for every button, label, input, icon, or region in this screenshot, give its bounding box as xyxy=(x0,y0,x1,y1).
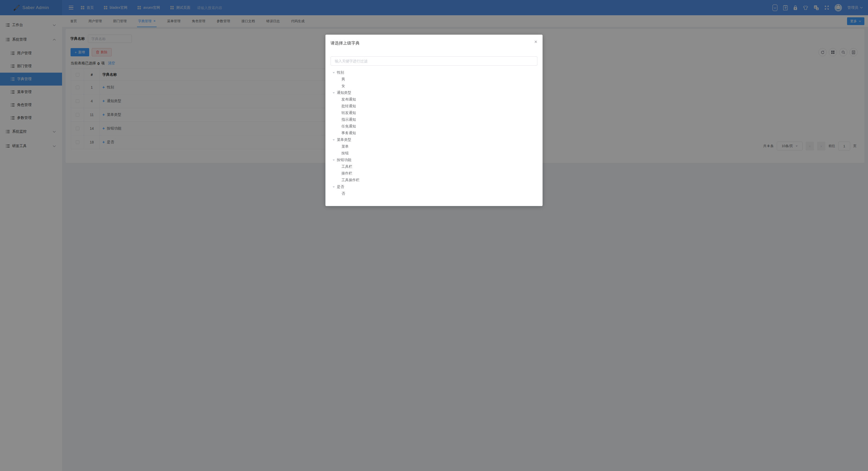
tree-node-label: 工具操作栏 xyxy=(341,178,360,183)
tree-node-label: 指示通知 xyxy=(341,117,356,122)
tree-node[interactable]: 性别 xyxy=(331,69,434,76)
tree-node[interactable]: 发布通知 xyxy=(331,96,434,103)
caret-expand-icon xyxy=(331,158,337,162)
tree-node[interactable]: 通知类型 xyxy=(331,89,434,96)
dialog-title: 请选择上级字典 xyxy=(331,40,434,46)
tree-node-label: 按钮 xyxy=(341,151,349,156)
caret-expand-icon xyxy=(335,98,341,101)
tree-node-label: 性别 xyxy=(337,70,344,75)
tree-filter-input[interactable] xyxy=(331,56,434,66)
tree-node-label: 发布通知 xyxy=(341,97,356,102)
caret-expand-icon xyxy=(335,78,341,81)
parent-dict-dialog: 请选择上级字典 ✕ 性别 男 女 通知类型 发布通知 xyxy=(326,35,434,206)
tree-node-label: 通知类型 xyxy=(337,91,351,95)
tree-node[interactable]: 工具栏 xyxy=(331,163,434,170)
caret-expand-icon xyxy=(335,152,341,155)
tree-node[interactable]: 操作栏 xyxy=(331,170,434,177)
caret-expand-icon xyxy=(331,185,337,189)
tree-node[interactable]: 转发通知 xyxy=(331,109,434,116)
caret-expand-icon xyxy=(335,125,341,128)
caret-expand-icon xyxy=(335,112,341,115)
caret-expand-icon xyxy=(335,165,341,168)
caret-expand-icon xyxy=(331,138,337,142)
tree-node-label: 女 xyxy=(341,84,345,88)
caret-expand-icon xyxy=(331,71,337,74)
caret-expand-icon xyxy=(335,179,341,182)
tree-node-label: 菜单 xyxy=(341,144,349,149)
tree-node-label: 工具栏 xyxy=(341,164,352,169)
caret-expand-icon xyxy=(335,145,341,148)
caret-expand-icon xyxy=(335,172,341,175)
tree-node-label: 男 xyxy=(341,77,345,82)
tree-node[interactable]: 是否 xyxy=(331,184,434,190)
caret-expand-icon xyxy=(331,91,337,95)
tree-node-label: 否 xyxy=(341,191,345,196)
tree-node[interactable]: 否 xyxy=(331,190,434,197)
dict-tree: 性别 男 女 通知类型 发布通知 批转通知 xyxy=(331,69,434,197)
tree-node[interactable]: 女 xyxy=(331,83,434,89)
tree-node-label: 转发通知 xyxy=(341,111,356,115)
tree-node-label: 操作栏 xyxy=(341,171,352,176)
caret-expand-icon xyxy=(335,118,341,122)
caret-expand-icon xyxy=(335,132,341,135)
tree-node-label: 批转通知 xyxy=(341,104,356,108)
caret-expand-icon xyxy=(335,85,341,88)
tree-node-label: 任免通知 xyxy=(341,124,356,129)
tree-node[interactable]: 按钮功能 xyxy=(331,157,434,163)
tree-node[interactable]: 批转通知 xyxy=(331,103,434,109)
tree-node[interactable]: 事务通知 xyxy=(331,130,434,136)
tree-node[interactable]: 任免通知 xyxy=(331,123,434,130)
tree-node[interactable]: 按钮 xyxy=(331,150,434,157)
caret-expand-icon xyxy=(335,105,341,108)
caret-expand-icon xyxy=(335,192,341,195)
tree-node-label: 按钮功能 xyxy=(337,158,351,162)
tree-node-label: 菜单类型 xyxy=(337,137,351,142)
tree-node[interactable]: 菜单类型 xyxy=(331,136,434,143)
tree-node[interactable]: 男 xyxy=(331,76,434,83)
tree-node-label: 是否 xyxy=(337,185,344,189)
tree-node[interactable]: 指示通知 xyxy=(331,116,434,123)
tree-node[interactable]: 工具操作栏 xyxy=(331,177,434,184)
tree-node-label: 事务通知 xyxy=(341,131,356,135)
tree-node[interactable]: 菜单 xyxy=(331,143,434,150)
